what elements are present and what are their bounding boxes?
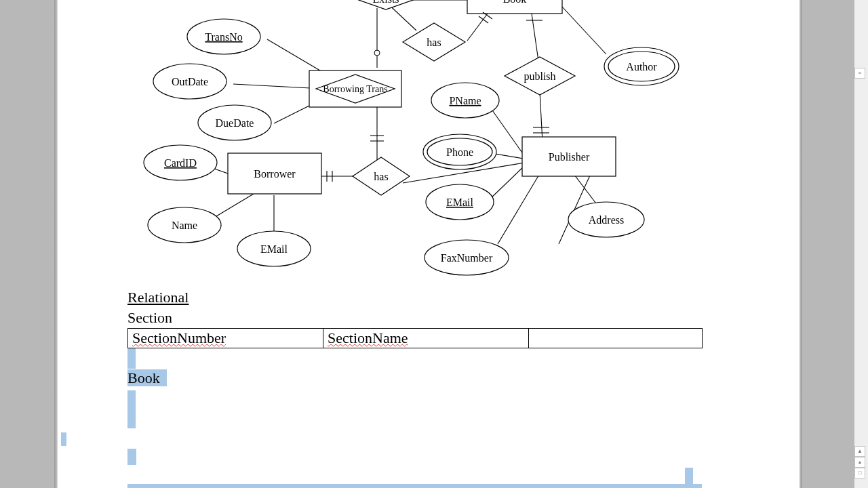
col-empty [529,329,703,348]
attribute-author: Author [604,47,679,85]
svg-text:EMail: EMail [260,243,288,255]
attribute-outdate: OutDate [153,64,226,99]
svg-point-14 [374,50,380,56]
attribute-transno: TransNo [187,19,260,54]
svg-line-11 [233,84,311,88]
svg-text:Publisher: Publisher [549,151,590,163]
er-diagram: Book Exists has publish [57,0,800,285]
scroll-column: ≡ ▲ ▴ □ [854,0,868,488]
table-row: SectionNumber SectionName [128,329,703,348]
section-table: SectionNumber SectionName [127,328,703,348]
attribute-email-borrower: EMail [237,231,311,266]
svg-text:EMail: EMail [446,197,474,208]
selection-fragment [61,432,66,446]
col-sectionname: SectionName [328,329,408,346]
expand-icon[interactable]: ≡ [854,68,865,79]
svg-text:Address: Address [589,214,624,226]
attribute-faxnumber: FaxNumber [425,240,509,275]
selection-fragment [127,484,702,488]
entity-borrowing-trans: Borrowing Trans [309,70,401,107]
attribute-duedate: DueDate [198,105,271,140]
svg-text:Phone: Phone [446,146,473,158]
selection-fragment [127,449,136,465]
svg-line-27 [488,165,525,201]
attribute-address: Address [568,202,644,237]
heading-relational: Relational [127,289,189,306]
heading-section: Section [127,309,172,327]
attribute-email-publisher: EMail [426,184,494,220]
scroll-down-icon[interactable]: ▲ [854,446,865,457]
svg-text:Author: Author [626,61,657,73]
entity-book-label: Book [503,0,527,5]
attribute-name: Name [148,207,221,243]
svg-line-31 [562,7,606,54]
selection-fragment [127,348,136,369]
attribute-phone: Phone [423,134,496,169]
attribute-cardid: CardID [144,145,217,180]
svg-text:OutDate: OutDate [172,76,208,87]
svg-text:has: has [427,37,441,48]
svg-text:TransNo: TransNo [205,31,242,43]
svg-text:Borrowing Trans: Borrowing Trans [323,84,387,94]
svg-text:Name: Name [172,220,197,231]
selection-fragment [685,468,693,484]
svg-line-5 [479,16,488,23]
svg-line-4 [540,92,542,142]
svg-text:PName: PName [449,95,481,106]
svg-text:FaxNumber: FaxNumber [441,252,493,264]
svg-text:CardID: CardID [164,157,197,169]
scroll-up-icon[interactable]: ▴ [854,457,865,468]
attribute-pname: PName [431,83,499,118]
heading-book[interactable]: Book [127,369,167,387]
col-sectionnumber: SectionNumber [132,329,226,346]
svg-line-30 [498,174,540,244]
svg-text:DueDate: DueDate [216,117,254,129]
svg-text:Exists: Exists [372,0,399,5]
svg-text:has: has [374,171,388,182]
selection-fragment [127,390,136,428]
svg-line-2 [467,14,488,41]
svg-line-10 [267,39,327,75]
svg-text:Borrower: Borrower [254,168,296,180]
svg-text:publish: publish [524,70,555,83]
page-icon[interactable]: □ [854,468,865,479]
